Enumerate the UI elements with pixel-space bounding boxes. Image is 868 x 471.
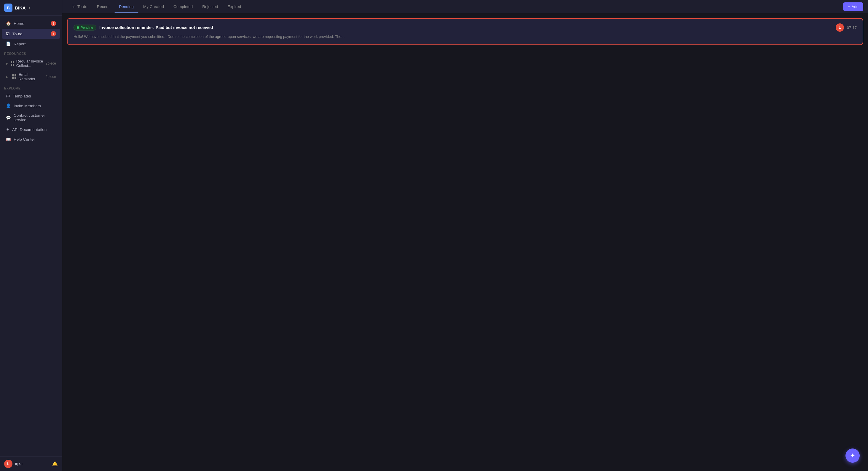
- sidebar-item-label: Report: [13, 42, 26, 46]
- report-icon: 📄: [6, 41, 11, 46]
- sidebar-item-label: Help Center: [13, 137, 35, 142]
- todo-icon: ☑: [6, 31, 10, 36]
- plus-icon: +: [848, 4, 850, 9]
- notification-bell-icon[interactable]: 🔔: [52, 461, 58, 467]
- grid-icon: [11, 61, 14, 66]
- task-card[interactable]: Pending Invoice collection reminder: Pai…: [67, 18, 863, 45]
- tab-label: Completed: [174, 4, 193, 9]
- sidebar-item-label: Templates: [13, 94, 31, 98]
- sidebar-item-api-docs[interactable]: ✦ API Documentation: [2, 125, 60, 134]
- sidebar-item-label: Home: [13, 21, 24, 26]
- todo-badge: 1: [51, 31, 56, 36]
- chevron-down-icon: ▾: [29, 6, 31, 10]
- templates-icon: 🏷: [6, 94, 10, 98]
- api-icon: ✦: [6, 127, 9, 132]
- sidebar-item-label: Contact customer service: [13, 113, 56, 122]
- expand-icon: ▶: [6, 62, 9, 65]
- resource-count: 2piece: [45, 75, 56, 79]
- sidebar-header[interactable]: B BIKA ▾: [0, 0, 62, 16]
- sidebar-item-contact-customer[interactable]: 💬 Contact customer service: [2, 111, 60, 125]
- sidebar-item-label: API Documentation: [12, 127, 46, 132]
- sidebar-item-help-center[interactable]: 📖 Help Center: [2, 134, 60, 144]
- add-button-label: Add: [852, 4, 859, 9]
- tab-recent[interactable]: Recent: [92, 0, 115, 13]
- expand-icon: ▶: [6, 75, 10, 78]
- status-badge: Pending: [73, 25, 96, 31]
- tab-label: My Created: [143, 4, 164, 9]
- username: lijiali: [15, 462, 50, 466]
- resource-label: Email Reminder: [19, 72, 43, 81]
- tab-rejected[interactable]: Rejected: [197, 0, 223, 13]
- task-body: Hello! We have noticed that the payment …: [73, 34, 857, 40]
- todo-check-icon: ☑: [72, 4, 75, 9]
- sidebar-item-email-reminder[interactable]: ▶ Email Reminder 2piece: [2, 70, 60, 83]
- sidebar-item-label: Invite Members: [13, 104, 41, 108]
- task-title: Invoice collection reminder: Paid but in…: [99, 25, 833, 30]
- main-content: ☑ To-do Recent Pending My Created Comple…: [62, 0, 868, 471]
- pending-dot-icon: [77, 26, 79, 29]
- grid-icon: [12, 74, 16, 79]
- help-icon: 📖: [6, 137, 11, 142]
- app-name: BIKA: [15, 5, 26, 10]
- resource-count: 2piece: [45, 61, 56, 65]
- tab-pending[interactable]: Pending: [115, 0, 139, 13]
- resource-label: Regular Invoice Collect...: [16, 59, 43, 68]
- sidebar-item-regular-invoice[interactable]: ▶ Regular Invoice Collect... 2piece: [2, 57, 60, 70]
- chat-icon: 💬: [6, 115, 11, 120]
- sidebar: B BIKA ▾ 🏠 Home 1 ☑ To-do 1 📄 Report Res…: [0, 0, 62, 471]
- tab-label: To-do: [78, 4, 88, 9]
- invite-members-icon: 👤: [6, 103, 11, 108]
- sidebar-item-home[interactable]: 🏠 Home 1: [2, 19, 60, 28]
- tab-label: Rejected: [202, 4, 218, 9]
- home-badge: 1: [51, 21, 56, 26]
- sidebar-item-report[interactable]: 📄 Report: [2, 39, 60, 48]
- sidebar-item-templates[interactable]: 🏷 Templates: [2, 92, 60, 101]
- badge-label: Pending: [81, 26, 93, 29]
- tab-label: Expired: [227, 4, 241, 9]
- tab-label: Recent: [97, 4, 110, 9]
- content-area: Pending Invoice collection reminder: Pai…: [62, 13, 868, 471]
- sidebar-item-todo[interactable]: ☑ To-do 1: [2, 29, 60, 39]
- sidebar-nav: 🏠 Home 1 ☑ To-do 1 📄 Report Resources ▶ …: [0, 16, 62, 457]
- tab-expired[interactable]: Expired: [223, 0, 246, 13]
- app-logo: B: [4, 4, 12, 12]
- avatar: L: [836, 24, 844, 32]
- section-explore: Explore: [0, 83, 62, 91]
- fab-button[interactable]: ✦: [845, 448, 860, 463]
- tab-todo[interactable]: ☑ To-do: [67, 0, 92, 13]
- section-resources: Resources: [0, 49, 62, 57]
- task-date: 07-17: [847, 26, 857, 30]
- tab-my-created[interactable]: My Created: [138, 0, 169, 13]
- fab-icon: ✦: [850, 452, 855, 460]
- tab-completed[interactable]: Completed: [169, 0, 197, 13]
- home-icon: 🏠: [6, 21, 11, 26]
- sidebar-item-invite-members[interactable]: 👤 Invite Members: [2, 101, 60, 110]
- tab-bar: ☑ To-do Recent Pending My Created Comple…: [62, 0, 868, 13]
- add-button[interactable]: + Add: [843, 2, 863, 11]
- tab-label: Pending: [119, 4, 134, 9]
- sidebar-item-label: To-do: [12, 32, 23, 36]
- user-profile[interactable]: L lijiali 🔔: [0, 457, 62, 471]
- avatar: L: [4, 460, 12, 468]
- task-card-header: Pending Invoice collection reminder: Pai…: [73, 24, 857, 32]
